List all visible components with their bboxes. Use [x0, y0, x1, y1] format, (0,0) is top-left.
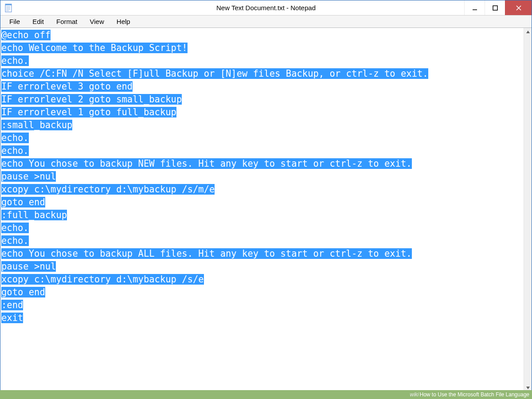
- editor-line: echo.: [1, 145, 523, 157]
- menu-file[interactable]: File: [3, 16, 26, 27]
- selected-text: echo You chose to backup NEW files. Hit …: [1, 158, 412, 169]
- svg-marker-11: [526, 387, 530, 389]
- editor-line: goto end: [1, 196, 523, 209]
- editor-line: :full_backup: [1, 209, 523, 222]
- editor-line: xcopy c:\mydirectory d:\mybackup /s/e: [1, 273, 523, 286]
- selected-text: goto end: [1, 287, 45, 297]
- notepad-window: New Text Document.txt - Notepad File Edi…: [0, 0, 532, 392]
- editor-line: xcopy c:\mydirectory d:\mybackup /s/m/e: [1, 183, 523, 196]
- editor-area: @echo offecho Welcome to the Backup Scri…: [0, 28, 532, 392]
- caption-prefix: wiki: [410, 391, 419, 398]
- menu-edit[interactable]: Edit: [26, 16, 50, 27]
- vertical-scrollbar[interactable]: [524, 28, 532, 392]
- editor-line: echo.: [1, 132, 523, 145]
- menu-view[interactable]: View: [84, 16, 110, 27]
- editor-line: echo.: [1, 55, 523, 67]
- selected-text: echo.: [1, 55, 29, 66]
- svg-marker-10: [526, 31, 530, 33]
- scroll-up-icon[interactable]: [524, 28, 532, 36]
- selected-text: exit: [1, 313, 23, 323]
- selected-text: echo.: [1, 223, 29, 233]
- caption-bar: wiki How to Use the Microsoft Batch File…: [0, 390, 532, 399]
- selected-text: pause >nul: [1, 171, 56, 182]
- selected-text: :full_backup: [1, 210, 67, 220]
- selected-text: choice /C:FN /N Select [F]ull Backup or …: [1, 68, 428, 79]
- editor-line: goto end: [1, 286, 523, 299]
- minimize-button[interactable]: [464, 0, 485, 15]
- selected-text: :small_backup: [1, 120, 72, 130]
- editor-line: @echo off: [1, 29, 523, 42]
- svg-rect-1: [5, 4, 12, 5]
- editor-line: pause >nul: [1, 260, 523, 273]
- editor-line: exit: [1, 312, 523, 325]
- editor-line: echo You chose to backup NEW files. Hit …: [1, 157, 523, 170]
- selected-text: echo.: [1, 145, 29, 156]
- editor-line: pause >nul: [1, 170, 523, 183]
- selected-text: IF errorlevel 1 goto full_backup: [1, 107, 176, 117]
- caption-text: How to Use the Microsoft Batch File Lang…: [420, 391, 529, 398]
- notepad-app-icon: [5, 3, 13, 13]
- window-controls: [464, 0, 532, 15]
- selected-text: pause >nul: [1, 261, 56, 272]
- selected-text: IF errorlevel 3 goto end: [1, 81, 133, 92]
- editor-line: IF errorlevel 2 goto small_backup: [1, 93, 523, 106]
- editor-line: echo.: [1, 235, 523, 247]
- titlebar[interactable]: New Text Document.txt - Notepad: [0, 0, 532, 16]
- close-button[interactable]: [505, 0, 532, 15]
- editor-line: :small_backup: [1, 119, 523, 132]
- menubar: File Edit Format View Help: [0, 16, 532, 28]
- selected-text: echo You chose to backup ALL files. Hit …: [1, 248, 412, 259]
- selected-text: xcopy c:\mydirectory d:\mybackup /s/e: [1, 274, 204, 285]
- menu-format[interactable]: Format: [50, 16, 84, 27]
- selected-text: echo Welcome to the Backup Script!: [1, 43, 188, 53]
- text-editor[interactable]: @echo offecho Welcome to the Backup Scri…: [0, 28, 524, 392]
- svg-rect-7: [493, 6, 497, 10]
- editor-line: echo Welcome to the Backup Script!: [1, 42, 523, 55]
- maximize-button[interactable]: [485, 0, 505, 15]
- editor-line: IF errorlevel 1 goto full_backup: [1, 106, 523, 119]
- editor-line: IF errorlevel 3 goto end: [1, 80, 523, 93]
- selected-text: echo.: [1, 235, 29, 246]
- editor-line: :end: [1, 299, 523, 312]
- window-title: New Text Document.txt - Notepad: [0, 4, 532, 12]
- editor-line: choice /C:FN /N Select [F]ull Backup or …: [1, 67, 523, 80]
- selected-text: xcopy c:\mydirectory d:\mybackup /s/m/e: [1, 184, 215, 195]
- selected-text: goto end: [1, 197, 45, 207]
- menu-help[interactable]: Help: [110, 16, 137, 27]
- selected-text: :end: [1, 300, 23, 310]
- editor-line: echo You chose to backup ALL files. Hit …: [1, 247, 523, 260]
- editor-line: echo.: [1, 222, 523, 235]
- selected-text: IF errorlevel 2 goto small_backup: [1, 94, 182, 105]
- selected-text: @echo off: [1, 30, 51, 40]
- selected-text: echo.: [1, 133, 29, 143]
